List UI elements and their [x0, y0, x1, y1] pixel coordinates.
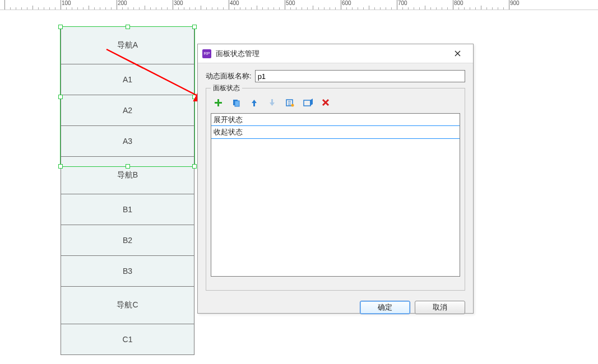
- nav-item-cell[interactable]: A3: [61, 125, 194, 157]
- ruler-label: 900: [510, 0, 520, 6]
- nav-header-cell[interactable]: 导航B: [61, 156, 194, 194]
- nav-item-cell[interactable]: B3: [61, 255, 194, 287]
- name-label: 动态面板名称:: [206, 71, 252, 81]
- ruler-label: 300: [174, 0, 183, 6]
- dialog-title: 面板状态管理: [216, 49, 446, 59]
- duplicate-state-button[interactable]: [231, 97, 241, 108]
- state-list[interactable]: 展开状态收起状态: [211, 113, 460, 277]
- group-legend: 面板状态: [211, 83, 242, 93]
- ok-button[interactable]: 确定: [360, 301, 410, 314]
- nav-item-cell[interactable]: A2: [61, 95, 194, 126]
- svg-rect-5: [304, 100, 310, 106]
- ruler-label: 700: [398, 0, 407, 6]
- arrow-down-icon: [268, 99, 276, 107]
- nav-item-cell[interactable]: A1: [61, 64, 194, 95]
- delete-icon: [322, 99, 330, 106]
- nav-item-cell[interactable]: B2: [61, 225, 194, 256]
- add-icon: [214, 99, 222, 107]
- move-down-button: [267, 97, 277, 108]
- ruler-label: 500: [286, 0, 295, 6]
- close-icon: [455, 50, 461, 57]
- delete-state-button[interactable]: [321, 97, 331, 108]
- dynamic-panel-stack[interactable]: 导航AA1A2A3导航BB1B2B3导航CC1: [61, 27, 194, 355]
- edit-states-icon: [286, 99, 294, 107]
- arrow-up-icon: [250, 99, 258, 107]
- state-item-editing[interactable]: 收起状态: [211, 125, 460, 139]
- dialog-titlebar[interactable]: RP 面板状态管理: [198, 44, 473, 63]
- cancel-button[interactable]: 取消: [415, 301, 465, 314]
- open-state-button[interactable]: [303, 97, 313, 108]
- ruler-label: 200: [118, 0, 127, 6]
- panel-state-manager-dialog: RP 面板状态管理 动态面板名称: 面板状态: [197, 44, 474, 314]
- ruler-label: 100: [62, 0, 71, 6]
- ruler-label: 800: [454, 0, 463, 6]
- app-icon: RP: [202, 49, 211, 58]
- move-up-button[interactable]: [249, 97, 259, 108]
- svg-rect-2: [235, 101, 239, 106]
- canvas-area[interactable]: 导航AA1A2A3导航BB1B2B3导航CC1 RP 面板状态管理: [0, 10, 598, 364]
- ruler-label: 400: [230, 0, 239, 6]
- svg-point-4: [291, 104, 294, 106]
- states-group: 面板状态: [206, 88, 465, 291]
- nav-item-cell[interactable]: B1: [61, 194, 194, 225]
- add-state-button[interactable]: [213, 97, 223, 108]
- edit-states-button[interactable]: [285, 97, 295, 108]
- nav-item-cell[interactable]: C1: [61, 324, 194, 355]
- panel-name-input[interactable]: [255, 70, 465, 82]
- horizontal-ruler: 100200300400500600700800900: [0, 0, 598, 10]
- state-item[interactable]: 展开状态: [211, 114, 460, 126]
- open-icon: [303, 99, 313, 107]
- ruler-label: 600: [342, 0, 351, 6]
- duplicate-icon: [232, 99, 240, 107]
- nav-header-cell[interactable]: 导航C: [61, 286, 194, 324]
- nav-header-cell[interactable]: 导航A: [61, 26, 194, 64]
- close-button[interactable]: [446, 46, 469, 62]
- states-toolbar: [211, 94, 460, 113]
